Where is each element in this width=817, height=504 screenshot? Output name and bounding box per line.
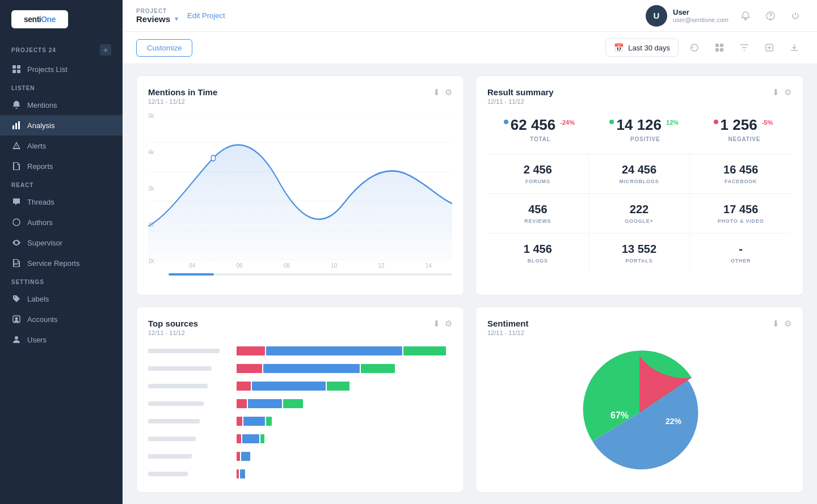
chevron-down-icon: ▾ [175, 15, 178, 23]
filter-icon[interactable] [735, 39, 753, 57]
listen-section-title: LISTEN [11, 85, 35, 91]
grid-view-icon[interactable] [710, 39, 728, 57]
sidebar-item-alerts[interactable]: Alerts [0, 135, 123, 156]
positive-badge: 12% [664, 118, 681, 126]
svg-point-9 [15, 317, 18, 320]
bar-red [237, 382, 251, 391]
edit-project-link[interactable]: Edit Project [187, 11, 225, 20]
sidebar-item-label: Mentions [27, 101, 57, 109]
bar-red [237, 452, 240, 461]
settings-icon[interactable]: ⚙ [445, 319, 452, 329]
y-label: 3k [148, 185, 154, 192]
project-section: PROJECT Reviews ▾ [136, 8, 178, 24]
result-summary-title: Result summary [487, 87, 554, 97]
bar-green [361, 364, 395, 373]
bar-blue [243, 417, 265, 426]
sidebar-item-service-reports[interactable]: Service Reports [0, 253, 123, 273]
sidebar-item-label: Supervisor [27, 239, 62, 247]
source-bar-row [237, 469, 452, 478]
sidebar-item-accounts[interactable]: Accounts [0, 309, 123, 329]
channel-forums: 2 456 FORUMS [487, 154, 589, 194]
channel-microblogs: 24 456 MICROBLOGS [589, 154, 690, 194]
source-bar-row [237, 434, 452, 443]
sidebar-item-threads[interactable]: Threads [0, 192, 123, 212]
date-range-button[interactable]: 📅 Last 30 days [605, 39, 679, 57]
sidebar-item-mentions[interactable]: Mentions [0, 95, 123, 115]
reviews-value: 456 [492, 203, 584, 216]
source-label-bar [148, 437, 196, 441]
chart-scrollbar[interactable] [169, 273, 452, 276]
logo-area: sentiOne [0, 0, 123, 39]
source-label-bar [148, 349, 220, 353]
svg-rect-6 [18, 121, 20, 129]
sidebar-item-analysis[interactable]: Analysis [0, 115, 123, 135]
positive-value: 14 126 [616, 116, 662, 134]
sidebar-item-supervisor[interactable]: Supervisor [0, 232, 123, 253]
bar-blue [248, 399, 282, 408]
bar-red [237, 417, 242, 426]
project-selector[interactable]: Reviews ▾ [136, 14, 178, 24]
sidebar-item-reports[interactable]: Reports [0, 156, 123, 176]
sidebar-item-authors[interactable]: Authors [0, 212, 123, 232]
top-sources-date: 12/11 - 11/12 [148, 329, 198, 336]
settings-icon[interactable]: ⚙ [784, 87, 791, 98]
total-badge: -24% [558, 118, 577, 126]
total-dot [504, 120, 508, 124]
source-label-bar [148, 384, 208, 388]
svg-point-10 [15, 336, 18, 340]
sidebar-item-label: Labels [27, 295, 49, 303]
download-icon[interactable]: ⬇ [772, 87, 780, 98]
user-section: U User user@sentione.com [646, 5, 728, 27]
channel-other: - OTHER [690, 234, 791, 273]
result-summary-title-area: Result summary 12/11 - 11/12 [487, 87, 554, 105]
refresh-icon[interactable] [685, 39, 704, 57]
channel-reviews: 456 REVIEWS [487, 194, 589, 234]
channel-googleplus: 222 GOOGLE+ [589, 194, 690, 234]
svg-rect-2 [12, 70, 16, 73]
svg-rect-3 [17, 70, 20, 73]
top-sources-title-area: Top sources 12/11 - 11/12 [148, 319, 198, 336]
listen-section-header: LISTEN [0, 79, 123, 95]
bar-green [403, 346, 446, 355]
notifications-icon[interactable] [738, 8, 753, 24]
add-project-button[interactable]: + [100, 44, 111, 56]
settings-icon[interactable]: ⚙ [784, 319, 791, 329]
chart-right: 04 06 08 10 12 14 [148, 113, 452, 283]
sidebar-item-projects-list[interactable]: Projects List [0, 59, 123, 79]
source-bar-row [237, 346, 452, 355]
source-label-bar [148, 366, 212, 371]
help-icon[interactable] [763, 8, 778, 24]
customize-button[interactable]: Customize [136, 39, 192, 57]
x-label: 10 [331, 262, 337, 269]
message-icon [11, 197, 22, 207]
bar-red [237, 346, 265, 355]
download-icon[interactable]: ⬇ [772, 319, 780, 329]
result-summary-header: Result summary 12/11 - 11/12 ⬇ ⚙ [487, 87, 791, 105]
sidebar-item-labels[interactable]: Labels [0, 289, 123, 309]
blogs-value: 1 456 [492, 243, 584, 256]
calendar-icon: 📅 [614, 43, 624, 52]
user-email: user@sentione.com [673, 16, 728, 23]
reviews-label: REVIEWS [492, 218, 584, 224]
bell-icon [11, 100, 22, 110]
download-icon[interactable]: ⬇ [433, 319, 440, 329]
channel-blogs: 1 456 BLOGS [487, 234, 589, 273]
download-icon[interactable]: ⬇ [433, 87, 440, 98]
sidebar-item-label: Threads [27, 198, 54, 206]
svg-point-7 [13, 219, 20, 226]
svg-point-24 [211, 155, 216, 161]
summary-top-metrics: 62 456 -24% TOTAL 14 126 12% POSITIVE [487, 107, 791, 154]
chart-inner: 5k 4k 3k 2k 1k [148, 113, 452, 283]
sidebar-item-users[interactable]: Users [0, 329, 123, 350]
react-section-header: REACT [0, 176, 123, 192]
svg-rect-13 [715, 44, 719, 47]
photo-video-label: PHOTO & VIDEO [694, 218, 787, 224]
export-icon[interactable] [785, 39, 803, 57]
mentions-card-header: Mentions in Time 12/11 - 11/12 ⬇ ⚙ [148, 87, 452, 105]
settings-icon[interactable]: ⚙ [445, 87, 452, 98]
power-icon[interactable] [787, 8, 803, 24]
svg-rect-0 [12, 65, 16, 69]
bar-green [327, 382, 349, 391]
photo-video-value: 17 456 [694, 203, 787, 216]
add-widget-icon[interactable] [760, 39, 778, 57]
